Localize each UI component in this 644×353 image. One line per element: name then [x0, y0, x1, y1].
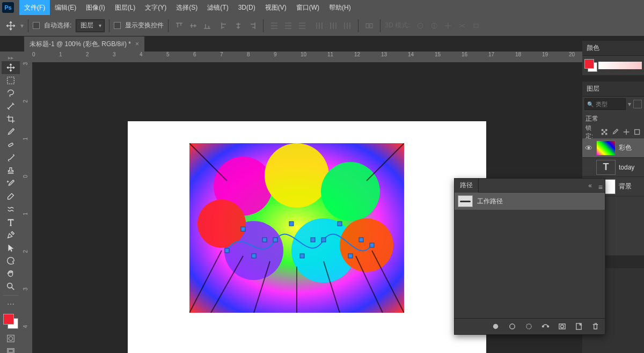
new-path-icon[interactable]: [575, 322, 583, 330]
layer-thumbnail[interactable]: T: [596, 160, 616, 175]
delete-path-icon[interactable]: [591, 322, 599, 330]
layer-name[interactable]: 彩色: [619, 143, 632, 152]
layer-thumbnail[interactable]: [596, 141, 616, 156]
svg-point-15: [321, 162, 380, 221]
stamp-tool[interactable]: [2, 164, 20, 177]
align-right-icon[interactable]: [246, 19, 259, 32]
svg-point-18: [340, 218, 393, 272]
menu-image[interactable]: 图像(I): [81, 0, 109, 15]
auto-select-dropdown[interactable]: 图层: [76, 19, 105, 32]
color-swatches[interactable]: [3, 314, 18, 329]
panel-menu-icon[interactable]: ≡: [598, 183, 602, 192]
move-tool[interactable]: [2, 61, 20, 74]
type-tool[interactable]: [2, 216, 20, 229]
menu-file[interactable]: 文件(F): [19, 0, 50, 15]
layer-name[interactable]: 背景: [619, 182, 632, 191]
heal-tool[interactable]: [2, 138, 20, 151]
shape-tool[interactable]: [2, 254, 20, 267]
3d-mode-label: 3D 模式:: [385, 21, 409, 30]
close-tab-icon[interactable]: ×: [135, 40, 139, 48]
distribute-vcenter-icon[interactable]: [282, 19, 295, 32]
edit-toolbar-icon[interactable]: ⋯: [2, 298, 20, 311]
layer-filter-chevron-icon[interactable]: ▾: [628, 100, 631, 108]
menu-help[interactable]: 帮助(H): [324, 0, 356, 15]
menu-edit[interactable]: 编辑(E): [50, 0, 81, 15]
path-row[interactable]: 工作路径: [455, 193, 605, 210]
visibility-icon[interactable]: 👁: [584, 144, 593, 152]
distribute-left-icon[interactable]: [313, 19, 326, 32]
wand-tool[interactable]: [2, 100, 20, 113]
menu-view[interactable]: 视图(V): [260, 0, 291, 15]
auto-select-checkbox[interactable]: [33, 22, 40, 29]
path-select-tool[interactable]: [2, 241, 20, 254]
screenmode-icon[interactable]: [2, 345, 20, 353]
vertical-ruler[interactable]: 32101234: [21, 62, 32, 353]
distribute-right-icon[interactable]: [341, 19, 354, 32]
show-transform-checkbox[interactable]: [114, 22, 121, 29]
svg-point-9: [9, 336, 12, 340]
quickmask-icon[interactable]: [2, 332, 20, 345]
gradient-tool[interactable]: [2, 203, 20, 216]
expand-toolbar-icon[interactable]: ▸▸: [2, 54, 20, 61]
lasso-tool[interactable]: [2, 87, 20, 100]
layers-panel-tab[interactable]: 图层: [582, 82, 644, 97]
align-left-icon[interactable]: [218, 19, 231, 32]
marquee-tool[interactable]: [2, 74, 20, 87]
distribute-hcenter-icon[interactable]: [327, 19, 340, 32]
zoom-tool[interactable]: [2, 280, 20, 293]
show-transform-label: 显示变换控件: [125, 21, 164, 30]
lock-artboard-icon[interactable]: [633, 128, 641, 136]
eyedropper-tool[interactable]: [2, 126, 20, 138]
eraser-tool[interactable]: [2, 190, 20, 203]
pen-tool[interactable]: [2, 229, 20, 241]
layer-name[interactable]: today: [619, 164, 634, 171]
svg-rect-0: [366, 24, 369, 28]
menu-select[interactable]: 选择(S): [171, 0, 202, 15]
layer-row[interactable]: T today: [582, 158, 644, 177]
svg-rect-45: [602, 133, 604, 135]
align-vcenter-icon[interactable]: [187, 19, 200, 32]
menu-layer[interactable]: 图层(L): [110, 0, 141, 15]
paths-panel-header[interactable]: 路径 « ≡: [455, 179, 605, 193]
stroke-path-icon[interactable]: [508, 322, 516, 330]
load-selection-icon[interactable]: [525, 322, 533, 330]
color-panel-body[interactable]: [584, 59, 642, 72]
layer-filter-toggle-icon[interactable]: [633, 100, 642, 108]
horizontal-ruler[interactable]: 01234567891011121314151617181920: [21, 52, 582, 62]
paths-footer: [455, 318, 605, 334]
align-bottom-icon[interactable]: [201, 19, 214, 32]
document-tab[interactable]: 未标题-1 @ 100% (彩色, RGB/8#) * ×: [24, 36, 144, 52]
svg-rect-5: [8, 77, 14, 84]
layer-filter-dropdown[interactable]: 类型: [584, 98, 626, 110]
svg-rect-41: [370, 243, 374, 247]
paths-panel[interactable]: 路径 « ≡ 工作路径: [454, 178, 605, 335]
hand-tool[interactable]: [2, 267, 20, 280]
paths-tab[interactable]: 路径: [455, 179, 479, 193]
tool-preset-picker[interactable]: [5, 20, 16, 31]
crop-tool[interactable]: [2, 113, 20, 126]
menu-type[interactable]: 文字(Y): [140, 0, 171, 15]
path-thumbnail[interactable]: [458, 195, 473, 207]
path-name[interactable]: 工作路径: [477, 197, 503, 206]
distribute-bottom-icon[interactable]: [296, 19, 309, 32]
color-panel-tab[interactable]: 颜色: [582, 41, 644, 56]
menu-3d[interactable]: 3D(D): [233, 0, 260, 15]
auto-align-icon[interactable]: [363, 19, 376, 32]
add-mask-icon[interactable]: [558, 322, 566, 330]
panel-collapse-icon[interactable]: «: [588, 182, 592, 189]
distribute-top-icon[interactable]: [268, 19, 281, 32]
svg-point-54: [561, 325, 564, 328]
align-hcenter-icon[interactable]: [232, 19, 245, 32]
history-brush-tool[interactable]: [2, 177, 20, 190]
lock-brush-icon[interactable]: [611, 128, 619, 136]
layer-row[interactable]: 👁 彩色: [582, 138, 644, 158]
fill-path-icon[interactable]: [492, 322, 500, 330]
make-workpath-icon[interactable]: [541, 322, 550, 330]
svg-rect-29: [225, 248, 229, 253]
brush-tool[interactable]: [2, 151, 20, 164]
menu-window[interactable]: 窗口(W): [291, 0, 324, 15]
lock-pixels-icon[interactable]: [601, 128, 608, 136]
lock-position-icon[interactable]: [623, 128, 630, 136]
menu-filter[interactable]: 滤镜(T): [202, 0, 233, 15]
align-top-icon[interactable]: [173, 19, 186, 32]
